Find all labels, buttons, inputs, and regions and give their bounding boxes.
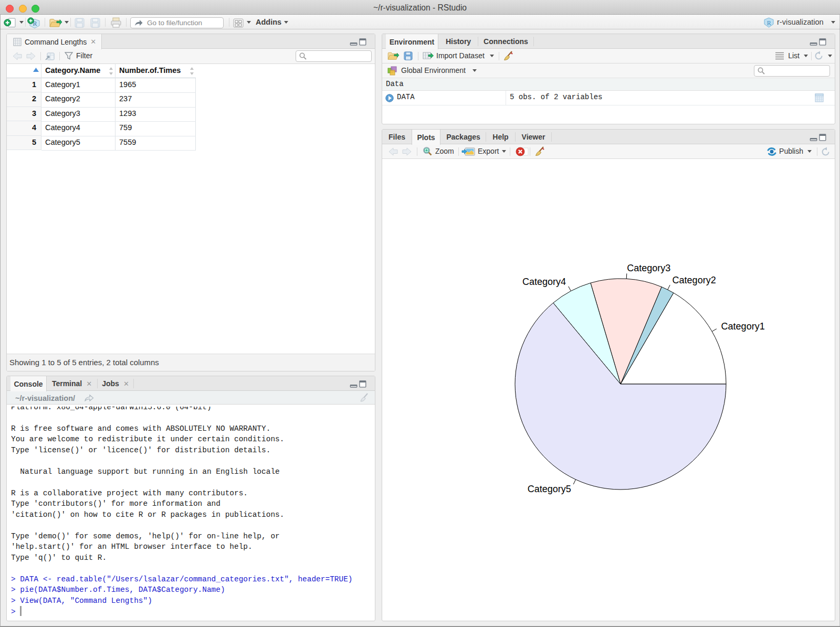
svg-text:Category5: Category5: [528, 484, 571, 494]
svg-text:Category2: Category2: [673, 275, 716, 285]
svg-text:Category4: Category4: [522, 277, 566, 287]
svg-text:Category1: Category1: [721, 321, 765, 332]
svg-text:Category3: Category3: [627, 263, 670, 273]
svg-text:R: R: [767, 19, 771, 27]
